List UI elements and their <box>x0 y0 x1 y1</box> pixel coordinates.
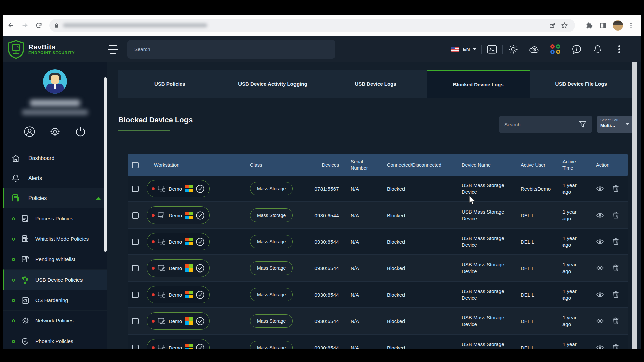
theme-sun-icon[interactable] <box>507 44 519 55</box>
table-row[interactable]: Demo Mass Storage 0930:6544 N/A Blocked … <box>128 202 628 229</box>
workstation-pill[interactable]: Demo <box>147 206 210 224</box>
workstation-pill[interactable]: Demo <box>147 339 210 349</box>
col-connected-disconnected[interactable]: Connected/Disconnected <box>380 154 454 176</box>
global-search-input[interactable] <box>134 46 329 52</box>
url-bar[interactable] <box>49 19 575 32</box>
table-search[interactable] <box>499 116 592 133</box>
header-kebab-icon[interactable] <box>613 44 625 55</box>
col-workstation[interactable]: Workstation <box>147 154 240 176</box>
col-class[interactable]: Class <box>240 154 306 176</box>
select-all-checkbox[interactable] <box>132 162 139 168</box>
view-eye-icon[interactable] <box>596 238 604 245</box>
profile-logout-power-icon[interactable] <box>74 125 87 138</box>
view-eye-icon[interactable] <box>596 291 604 298</box>
bullet-icon <box>12 238 15 241</box>
row-checkbox[interactable] <box>132 318 139 324</box>
page-scrollbar[interactable] <box>632 62 637 349</box>
workstation-pill[interactable]: Demo <box>147 180 210 197</box>
bookmark-star-icon[interactable] <box>559 20 570 31</box>
view-eye-icon[interactable] <box>596 185 604 192</box>
side-panel-icon[interactable] <box>597 20 609 31</box>
col-active-user[interactable]: Active User <box>514 154 556 176</box>
sidebar-subitem-usb-device-policies[interactable]: USB Device Policies <box>3 269 107 290</box>
sidebar-item-dashboard[interactable]: Dashboard <box>3 148 107 168</box>
row-checkbox[interactable] <box>132 292 139 298</box>
sidebar-subitem-whitelist-mode-policies[interactable]: Whitelist Mode Policies <box>3 229 107 249</box>
tab-blocked-device-logs[interactable]: Blocked Device Logs <box>427 70 530 98</box>
bullet-icon <box>12 217 15 220</box>
view-eye-icon[interactable] <box>596 265 604 272</box>
sidebar-subitem-os-hardening[interactable]: OS Hardening <box>3 290 107 310</box>
language-label[interactable]: EN <box>463 46 470 52</box>
table-row[interactable]: Demo Mass Storage 0930:6544 N/A Blocked … <box>128 229 628 255</box>
pending-whitelist-icon <box>20 255 30 263</box>
sidebar-item-alerts[interactable]: Alerts <box>3 168 107 188</box>
browser-menu-kebab-icon[interactable] <box>626 20 637 31</box>
row-checkbox[interactable] <box>132 239 139 245</box>
table-row[interactable]: Demo Mass Storage 0930:6544 N/A Blocked … <box>128 282 628 308</box>
sidebar-subitem-network-policies[interactable]: Network Policies <box>3 310 107 331</box>
view-eye-icon[interactable] <box>596 344 604 349</box>
sidebar-subitem-phoenix-policies[interactable]: Phoenix Policies <box>3 331 107 349</box>
delete-trash-icon[interactable] <box>612 264 619 272</box>
workstation-pill[interactable]: Demo <box>147 233 210 250</box>
delete-trash-icon[interactable] <box>612 317 619 325</box>
back-icon[interactable] <box>5 20 17 31</box>
class-badge: Mass Storage <box>250 341 293 349</box>
table-row[interactable]: Demo Mass Storage 0930:6544 N/A Blocked … <box>128 308 628 335</box>
delete-trash-icon[interactable] <box>612 291 619 298</box>
share-icon[interactable] <box>547 20 558 31</box>
connection-status: Blocked <box>380 229 454 254</box>
tab-usb-policies[interactable]: USB Policies <box>118 70 221 98</box>
tab-usb-device-file-logs[interactable]: USB Device File Logs <box>530 70 633 98</box>
workstation-pill[interactable]: Demo <box>147 312 210 330</box>
row-checkbox[interactable] <box>132 345 139 349</box>
language-caret-icon[interactable] <box>473 48 477 50</box>
profile-user-icon[interactable] <box>23 125 36 138</box>
row-checkbox[interactable] <box>132 212 139 219</box>
col-serial-number[interactable]: Serial Number <box>351 159 370 171</box>
col-device-name[interactable]: Device Name <box>454 154 514 176</box>
view-eye-icon[interactable] <box>596 318 604 324</box>
column-select-dropdown[interactable]: Select Colu... Multi… <box>597 116 633 133</box>
delete-trash-icon[interactable] <box>612 212 619 219</box>
user-avatar[interactable] <box>43 69 67 94</box>
delete-trash-icon[interactable] <box>612 185 619 192</box>
brand-logo[interactable]: RevBits ENDPOINT SECURITY <box>7 40 101 59</box>
view-eye-icon[interactable] <box>596 212 604 219</box>
sidebar-item-policies[interactable]: Policies <box>3 188 107 208</box>
workstation-pill[interactable]: Demo <box>147 286 210 303</box>
workstation-pill[interactable]: Demo <box>147 259 210 277</box>
sidebar-subitem-pending-whitelist[interactable]: Pending Whitelist <box>3 249 107 269</box>
col-active-time[interactable]: Active Time <box>562 159 578 171</box>
table-row[interactable]: Demo Mass Storage 0930:6544 N/A Blocked … <box>128 255 628 282</box>
sidebar-subitem-process-policies[interactable]: Process Policies <box>3 208 107 229</box>
forward-icon[interactable] <box>19 20 31 31</box>
delete-trash-icon[interactable] <box>612 344 619 349</box>
refresh-icon[interactable] <box>33 20 45 31</box>
tab-usb-device-logs[interactable]: USB Device Logs <box>324 70 427 98</box>
global-search[interactable] <box>127 40 335 59</box>
table-search-input[interactable] <box>504 122 578 127</box>
letterbox-top <box>0 0 644 15</box>
row-checkbox[interactable] <box>132 186 139 192</box>
info-bubble-icon[interactable] <box>571 44 582 55</box>
extensions-icon[interactable] <box>584 20 595 31</box>
notifications-bell-icon[interactable] <box>592 44 603 55</box>
browser-profile-avatar[interactable] <box>613 20 623 31</box>
cloud-download-icon[interactable] <box>529 44 540 55</box>
terminal-icon[interactable] <box>486 44 498 55</box>
delete-trash-icon[interactable] <box>612 238 619 245</box>
table-row[interactable]: Demo Mass Storage 0930:6544 N/A Blocked … <box>128 335 628 349</box>
table-row[interactable]: Demo Mass Storage 0781:5567 N/A Blocked … <box>128 176 628 202</box>
tab-usb-device-activity-logging[interactable]: USB Device Activity Logging <box>221 70 324 98</box>
class-badge: Mass Storage <box>250 314 293 328</box>
row-checkbox[interactable] <box>132 265 139 272</box>
sidebar-scrollbar[interactable] <box>104 77 107 252</box>
hamburger-menu-icon[interactable] <box>107 45 119 54</box>
apps-grid-icon[interactable] <box>550 44 561 55</box>
filter-funnel-icon[interactable] <box>578 120 587 129</box>
col-devices[interactable]: Devices <box>306 154 341 176</box>
browser-toolbar <box>3 15 641 36</box>
profile-settings-gear-icon[interactable] <box>48 125 62 138</box>
